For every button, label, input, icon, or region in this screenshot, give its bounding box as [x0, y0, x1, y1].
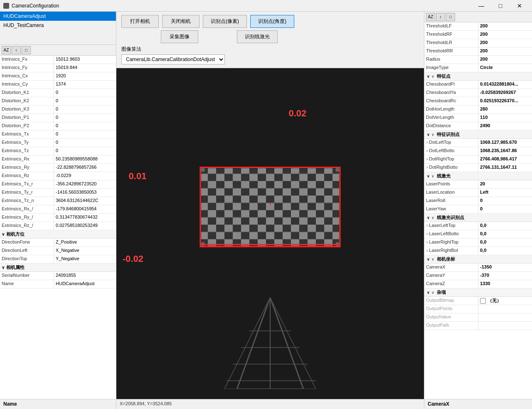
right-prop-value-8[interactable]: -0.025839269267 [478, 89, 532, 97]
prop-name-18: Extrinsics_Rx_/ [0, 205, 54, 213]
right-prop-value-10[interactable]: 280 [478, 106, 532, 113]
right-prop-value-9[interactable]: 0.025193226370... [478, 97, 532, 105]
right-expand-button[interactable]: □ [446, 13, 455, 21]
sort-alpha-button[interactable]: AZ [2, 46, 11, 54]
prop-value-19[interactable]: 0.313477830674432 [54, 214, 116, 222]
prop-value-5[interactable]: 0 [54, 97, 116, 105]
prop-value-10[interactable]: 0 [54, 139, 116, 147]
right-prop-value-11[interactable]: 110 [478, 114, 532, 122]
right-prop-name-14: >DotLeftTop [424, 139, 478, 147]
right-prop-value-0[interactable]: 200 [478, 22, 532, 30]
right-prop-value-36[interactable] [478, 322, 532, 330]
right-section-13: ∨特征识别点 [424, 131, 532, 139]
prop-value-6[interactable]: 0 [54, 106, 116, 113]
right-prop-name-2: ThresholdLR [424, 39, 478, 47]
prop-value-13[interactable]: -22.8288796857266 [54, 164, 116, 172]
right-prop-value-2[interactable]: 200 [478, 39, 532, 47]
left-section-25: ∨相机属性 [0, 264, 116, 272]
right-cat-button[interactable]: ↕ [436, 13, 445, 21]
detect-pixel-button[interactable]: 识别点(像素) [203, 15, 247, 28]
right-prop-value-29[interactable]: -1350 [478, 264, 532, 271]
right-prop-value-21[interactable]: 0 [478, 197, 532, 205]
right-prop-value-25[interactable]: 0,0 [478, 230, 532, 238]
right-prop-value-35[interactable] [478, 313, 532, 321]
sort-cat-button[interactable]: ↕ [12, 46, 21, 54]
prop-value-24[interactable]: Y_Negative [54, 255, 116, 263]
camera-item-0[interactable]: HUDCameraAdjust [0, 12, 116, 21]
collect-image-button[interactable]: 采集图像 [161, 30, 198, 43]
prop-value-0[interactable]: 15012.9603 [54, 56, 116, 64]
right-section-28: ∨相机坐标 [424, 255, 532, 264]
right-prop-value-34[interactable] [478, 305, 532, 313]
prop-value-3[interactable]: 1374 [54, 81, 116, 89]
right-prop-value-30[interactable]: -370 [478, 272, 532, 280]
overlay-text-01: 0.01 [129, 171, 147, 182]
props-expand-button[interactable]: □ [22, 46, 31, 54]
right-toolbar: AZ ↕ □ [424, 12, 532, 22]
prop-value-8[interactable]: 0 [54, 122, 116, 130]
right-prop-value-17[interactable]: 2766.131,1647.11 [478, 164, 532, 172]
right-prop-value-24[interactable]: 0,0 [478, 222, 532, 230]
right-prop-name-9: ChessboardRc [424, 97, 478, 105]
detect-angle-button[interactable]: 识别点(角度) [250, 15, 294, 28]
output-bitmap-checkbox[interactable] [480, 298, 486, 304]
app-icon [3, 3, 9, 9]
maximize-button[interactable]: □ [491, 0, 510, 12]
right-prop-value-15[interactable]: 1068.235,1647.86 [478, 147, 532, 155]
right-prop-row-3: ThresholdRR 200 [424, 47, 532, 56]
right-prop-value-4[interactable]: 200 [478, 56, 532, 64]
prop-value-12[interactable]: 50.23580989558088 [54, 155, 116, 163]
right-prop-value-12[interactable]: 2490 [478, 122, 532, 130]
prop-value-1[interactable]: 15019.844 [54, 64, 116, 72]
right-prop-row-25: >LaserLeftBotto 0,0 [424, 230, 532, 239]
algo-select[interactable]: CameraLib.CameraCalibrationDotAdjust [121, 54, 225, 64]
right-prop-value-7[interactable]: 0.014322881804... [478, 81, 532, 89]
right-prop-name-5: ImageType [424, 64, 478, 72]
right-prop-value-3[interactable]: 200 [478, 47, 532, 55]
prop-value-14[interactable]: -0.0229 [54, 172, 116, 180]
open-camera-button[interactable]: 打开相机 [121, 15, 159, 28]
left-properties-table: Intrinsics_Fx 15012.9603 Intrinsics_Fy 1… [0, 56, 116, 399]
right-prop-value-22[interactable]: 0 [478, 205, 532, 213]
right-prop-value-27[interactable]: 0,0 [478, 247, 532, 255]
prop-name-20: Extrinsics_Rz_/ [0, 222, 54, 230]
camera-item-1[interactable]: HUD_TestCamera [0, 21, 116, 30]
right-prop-value-19[interactable]: 20 [478, 180, 532, 188]
prop-value-9[interactable]: 0 [54, 131, 116, 138]
right-prop-value-1[interactable]: 200 [478, 31, 532, 39]
right-prop-value-16[interactable]: 2766.408,986.417 [478, 155, 532, 163]
right-name-bar: CameraX [424, 399, 532, 409]
right-section-23: ∨线激光识别点 [424, 214, 532, 222]
right-prop-value-20[interactable]: Left [478, 189, 532, 197]
right-prop-value-5[interactable]: Circle [478, 64, 532, 72]
prop-value-27[interactable]: HUDCameraAdjust [54, 280, 116, 288]
right-sort-button[interactable]: AZ [426, 13, 435, 21]
window-title: CameraConfiguration [12, 3, 59, 9]
prop-value-23[interactable]: X_Negative [54, 247, 116, 255]
prop-value-11[interactable]: 0 [54, 147, 116, 155]
right-prop-name-30: CameraY [424, 272, 478, 280]
prop-value-2[interactable]: 1920 [54, 72, 116, 80]
close-camera-button[interactable]: 关闭相机 [162, 15, 200, 28]
left-prop-row-5: Distortion_K2 0 [0, 97, 116, 106]
left-prop-row-16: Extrinsics_Ty_r -1416.56033850053 [0, 189, 116, 197]
left-prop-row-3: Intrinsics_Cy 1374 [0, 81, 116, 89]
prop-value-16[interactable]: -1416.56033850053 [54, 189, 116, 197]
right-prop-row-30: CameraY -370 [424, 272, 532, 280]
right-prop-value-14[interactable]: 1069.127,985.670 [478, 139, 532, 147]
prop-value-15[interactable]: -356.242896723520 [54, 180, 116, 188]
prop-value-22[interactable]: Z_Positive [54, 239, 116, 246]
right-prop-row-35: OutputValue [424, 313, 532, 322]
prop-value-26[interactable]: 24091855 [54, 272, 116, 280]
algo-row: 图像算法 [121, 46, 419, 53]
right-prop-value-31[interactable]: 1330 [478, 280, 532, 288]
prop-value-17[interactable]: 3604.63126144622C [54, 197, 116, 205]
right-prop-value-26[interactable]: 0,0 [478, 239, 532, 246]
prop-value-7[interactable]: 0 [54, 114, 116, 122]
prop-value-20[interactable]: 0.027585180253249 [54, 222, 116, 230]
minimize-button[interactable]: — [472, 0, 490, 12]
prop-value-4[interactable]: 0 [54, 89, 116, 97]
detect-laser-button[interactable]: 识别线激光 [237, 30, 278, 43]
close-button[interactable]: ✕ [510, 0, 529, 12]
prop-value-18[interactable]: -179.846800415954 [54, 205, 116, 213]
